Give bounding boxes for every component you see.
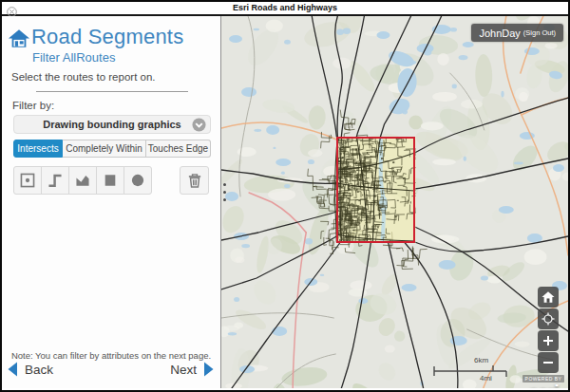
back-label: Back	[25, 363, 53, 377]
side-panel: Road Segments Filter AllRoutes Select th…	[2, 16, 221, 388]
page-title: Road Segments	[31, 25, 183, 49]
chevron-right-icon	[203, 362, 215, 377]
rectangle-icon	[102, 172, 119, 189]
filter-tabs: Intersects Completely Within Touches Edg…	[13, 140, 211, 158]
map-canvas[interactable]: JohnDay (Sign Out)	[221, 16, 568, 388]
circle-icon	[129, 172, 146, 189]
draw-point-button[interactable]	[13, 166, 42, 195]
draw-circle-button[interactable]	[124, 166, 152, 195]
sign-out-label: (Sign Out)	[523, 28, 556, 37]
draw-toolbar	[13, 166, 211, 195]
chevron-down-icon	[192, 118, 206, 132]
filter-mode-dropdown[interactable]: Drawing bounding graphics	[13, 115, 211, 134]
back-button[interactable]: Back	[7, 362, 53, 377]
next-button[interactable]: Next	[170, 362, 215, 377]
esri-logo: esri	[521, 384, 566, 388]
esri-attribution[interactable]: POWERED BY esri	[521, 367, 566, 388]
tab-touches-edge[interactable]: Touches Edge	[146, 140, 211, 158]
next-label: Next	[170, 363, 197, 377]
delete-graphics-button[interactable]	[180, 166, 209, 195]
selection-rectangle	[336, 137, 415, 243]
user-name: JohnDay	[479, 28, 520, 39]
plus-icon	[542, 334, 555, 347]
user-button[interactable]: JohnDay (Sign Out)	[471, 24, 563, 42]
app-window: Esri Roads and Highways Road Segments Fi…	[0, 0, 570, 392]
home-extent-icon	[541, 289, 556, 305]
locate-icon	[541, 311, 556, 327]
polyline-icon	[47, 172, 64, 189]
titlebar: Esri Roads and Highways	[2, 2, 568, 16]
panel-drag-handle[interactable]	[223, 183, 226, 201]
home-icon	[8, 28, 30, 48]
trash-icon	[186, 172, 203, 189]
filter-by-label: Filter by:	[12, 100, 54, 111]
panel-note: Note: You can filter by attributes on th…	[2, 350, 220, 361]
map-controls	[538, 287, 559, 373]
draw-polyline-button[interactable]	[41, 166, 69, 195]
home-button[interactable]	[538, 287, 559, 308]
draw-rectangle-button[interactable]	[96, 166, 124, 195]
tab-intersects[interactable]: Intersects	[13, 140, 63, 158]
point-icon	[19, 172, 36, 189]
window-title: Esri Roads and Highways	[2, 3, 568, 12]
divider	[36, 91, 188, 92]
draw-polygon-button[interactable]	[68, 166, 97, 195]
zoom-in-button[interactable]	[538, 330, 559, 351]
polygon-icon	[74, 172, 91, 189]
chevron-left-icon	[7, 362, 18, 377]
tab-completely-within[interactable]: Completely Within	[63, 140, 146, 158]
dropdown-value: Drawing bounding graphics	[43, 119, 180, 130]
panel-description: Select the routes to report on.	[11, 71, 156, 83]
locate-button[interactable]	[538, 308, 559, 329]
page-subtitle: Filter AllRoutes	[32, 50, 115, 65]
